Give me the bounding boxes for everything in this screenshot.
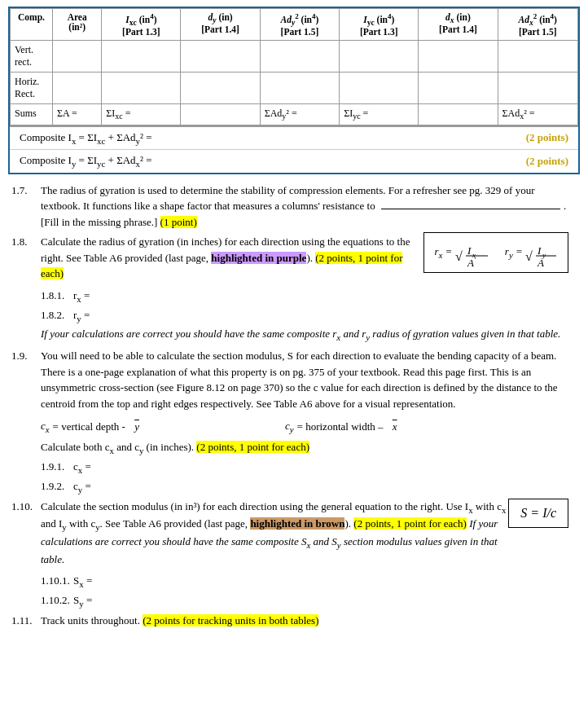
col-iyc: Iyc (in4)[Part 1.3] (340, 9, 419, 41)
row-sums-dx (419, 104, 498, 125)
composite-iy-points: (2 points) (526, 155, 568, 168)
row-sums-ixc: ΣIxc = (102, 104, 181, 125)
row-vert-dx (419, 41, 498, 73)
row-label-vert: Vert.rect. (11, 41, 53, 73)
svg-text:I: I (467, 244, 472, 257)
row-horiz-ady2 (260, 73, 340, 104)
highlighted-brown: highlighted in brown (250, 517, 344, 530)
sqrt-ry-icon: √ I y A (525, 238, 558, 267)
row-horiz-ixc (102, 73, 181, 104)
sub-item-1-10-2-num: 1.10.2. (41, 592, 73, 610)
svg-text:A: A (467, 257, 474, 267)
item-1-7: 1.7. The radius of gyration is used to d… (11, 182, 577, 231)
item-1-8-num: 1.8. (11, 234, 41, 282)
item-1-8: 1.8. Calculate the radius of gyration (i… (11, 234, 423, 282)
row-sums-adx2: ΣAdx² = (498, 104, 577, 125)
main-table-container: Comp. Area(in²) Ixc (in4)[Part 1.3] dy (… (8, 7, 580, 174)
row-label-sums: Sums (11, 104, 53, 125)
formula-box-r: rx = √ I x A ′ ry = √ I y A (423, 232, 568, 273)
cx-part: cx = vertical depth - y (41, 418, 285, 436)
col-dy: dy (in)[Part 1.4] (181, 9, 260, 41)
note-1-8: If your calculations are correct you sho… (41, 326, 577, 344)
svg-text:A: A (537, 257, 544, 267)
sub-item-1-8-2-text: ry = (73, 307, 90, 325)
sub-item-1-10-1: 1.10.1. Sx = (41, 573, 577, 591)
table-row-sums: Sums ΣA = ΣIxc = ΣAdy² = ΣIyc = ΣAdx² = (11, 104, 578, 125)
row-vert-iyc (340, 41, 419, 73)
cy-equals-label: = horizontal width – (297, 419, 384, 435)
points-1-11: (2 points for tracking units in both tab… (143, 614, 318, 626)
col-adx2: Adx2 (in4)[Part 1.5] (498, 9, 577, 41)
composite-iy-row: Composite Iy = ΣIyc + ΣAdx² = (2 points) (10, 149, 578, 173)
highlighted-purple: highlighted in purple (211, 252, 306, 264)
calc-cx-cy-label: Calculate both cx and cy (in inches). (2… (41, 439, 577, 457)
item-1-8-content: Calculate the radius of gyration (in inc… (41, 234, 423, 282)
table-row-vert: Vert.rect. (11, 41, 578, 73)
row-horiz-iyc (340, 73, 419, 104)
points-1-7: (1 point) (160, 216, 197, 228)
item-1-9-num: 1.9. (11, 348, 41, 411)
row-sums-iyc: ΣIyc = (340, 104, 419, 125)
col-area: Area(in²) (53, 9, 102, 41)
table-header-row: Comp. Area(in²) Ixc (in4)[Part 1.3] dy (… (11, 9, 578, 41)
sub-item-1-10-1-num: 1.10.1. (41, 573, 73, 591)
sub-item-1-9-2: 1.9.2. cy = (41, 478, 577, 496)
points-1-10: (2 points, 1 point for each) (353, 517, 467, 530)
row-sums-ady2: ΣAdy² = (260, 104, 340, 125)
row-horiz-area (53, 73, 102, 104)
s-formula: S = I/c (520, 506, 556, 520)
formula-ry: ry = √ I y A (505, 245, 558, 257)
sub-item-1-9-2-num: 1.9.2. (41, 478, 73, 496)
item-1-10: 1.10. Calculate the section modulus (in … (11, 499, 508, 568)
svg-text:√: √ (525, 249, 533, 263)
row-horiz-dy (181, 73, 260, 104)
sub-item-1-10-2-text: Sy = (73, 592, 92, 610)
row-sums-dy (181, 104, 260, 125)
s-formula-box: S = I/c (508, 499, 568, 528)
sub-item-1-8-2: 1.8.2. ry = (41, 307, 577, 325)
col-ixc: Ixc (in4)[Part 1.3] (102, 9, 181, 41)
item-1-10-content: Calculate the section modulus (in in³) f… (41, 499, 508, 568)
sub-item-1-9-1-num: 1.9.1. (41, 459, 73, 477)
sub-item-1-8-2-num: 1.8.2. (41, 307, 73, 325)
row-vert-adx2 (498, 41, 577, 73)
sub-item-1-9-1-text: cx = (73, 459, 91, 477)
sub-item-1-8-1-text: rx = (73, 288, 90, 306)
item-1-11: 1.11. Track units throughout. (2 points … (11, 613, 577, 629)
col-ady2: Ady2 (in4)[Part 1.5] (260, 9, 340, 41)
svg-text:I: I (537, 244, 542, 257)
cy-part: cy = horizontal width – x (285, 418, 397, 436)
blank-field-1-7[interactable] (381, 209, 560, 209)
row-vert-area (53, 41, 102, 73)
col-dx: dx (in)[Part 1.4] (419, 9, 498, 41)
cx-equals-label: = vertical depth - (53, 419, 125, 435)
item-1-9-content: You will need to be able to calculate th… (41, 348, 577, 411)
composite-ix-row: Composite Ix = ΣIxc + ΣAdy² = (2 points) (10, 127, 578, 150)
col-comp: Comp. (11, 9, 53, 41)
cy-xbar: x (393, 419, 397, 435)
row-horiz-adx2 (498, 73, 577, 104)
sub-item-1-10-2: 1.10.2. Sy = (41, 592, 577, 610)
sub-item-1-9-2-text: cy = (73, 478, 91, 496)
item-1-10-num: 1.10. (11, 499, 41, 568)
sub-item-1-10-1-text: Sx = (73, 573, 92, 591)
sqrt-rx-icon: √ I x A ′ (455, 238, 496, 267)
cx-cy-line: cx = vertical depth - y cy = horizontal … (41, 418, 577, 436)
row-horiz-dx (419, 73, 498, 104)
content-section: 1.7. The radius of gyration is used to d… (0, 179, 588, 635)
item-1-10-container: S = I/c 1.10. Calculate the section modu… (11, 499, 577, 571)
row-label-horiz: Horiz.Rect. (11, 73, 53, 104)
sub-item-1-8-1: 1.8.1. rx = (41, 288, 577, 306)
composite-ix-points: (2 points) (526, 131, 568, 144)
row-vert-dy (181, 41, 260, 73)
item-1-7-content: The radius of gyration is used to determ… (41, 182, 577, 231)
item-1-9: 1.9. You will need to be able to calcula… (11, 348, 577, 411)
data-table: Comp. Area(in²) Ixc (in4)[Part 1.3] dy (… (10, 8, 578, 125)
svg-text:√: √ (455, 249, 463, 263)
composite-rows-container: Composite Ix = ΣIxc + ΣAdy² = (2 points)… (10, 125, 578, 173)
formula-rx: rx = √ I x A ′ (434, 245, 498, 257)
composite-ix-formula: Composite Ix = ΣIxc + ΣAdy² = (20, 131, 152, 146)
item-1-7-num: 1.7. (11, 182, 41, 231)
sub-item-1-9-1: 1.9.1. cx = (41, 459, 577, 477)
table-row-horiz: Horiz.Rect. (11, 73, 578, 104)
